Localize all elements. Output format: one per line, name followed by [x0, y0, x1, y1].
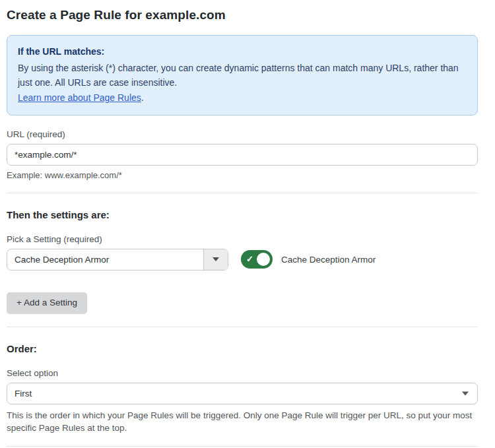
url-example-hint: Example: www.example.com/*	[7, 170, 478, 180]
info-box-body-text: By using the asterisk (*) character, you…	[18, 63, 459, 88]
url-input[interactable]	[7, 144, 478, 166]
info-box-heading: If the URL matches:	[18, 44, 467, 59]
chevron-down-icon	[462, 392, 469, 396]
page-rule-form: Create a Page Rule for example.com If th…	[0, 0, 495, 448]
divider	[7, 327, 478, 327]
settings-section-heading: Then the settings are:	[7, 209, 478, 220]
order-select-value: First	[15, 389, 32, 399]
setting-dropdown-value: Cache Deception Armor	[7, 249, 203, 270]
setting-dropdown[interactable]: Cache Deception Armor	[7, 249, 228, 271]
page-title: Create a Page Rule for example.com	[7, 8, 478, 22]
learn-more-link[interactable]: Learn more about Page Rules	[18, 92, 141, 103]
info-box-body: By using the asterisk (*) character, you…	[18, 61, 467, 106]
order-select[interactable]: First	[7, 383, 478, 404]
url-field-label: URL (required)	[7, 129, 478, 139]
toggle-label: Cache Deception Armor	[281, 255, 376, 265]
cache-deception-armor-toggle[interactable]: ✓	[241, 250, 273, 269]
link-suffix: .	[141, 92, 144, 103]
setting-dropdown-arrow-button[interactable]	[203, 249, 228, 270]
chevron-down-icon	[213, 257, 219, 261]
setting-picker-label: Pick a Setting (required)	[7, 234, 478, 244]
order-select-label: Select option	[7, 368, 478, 378]
toggle-knob	[255, 251, 271, 267]
url-match-info-box: If the URL matches: By using the asteris…	[7, 35, 478, 115]
check-icon: ✓	[246, 255, 253, 263]
setting-row: Cache Deception Armor ✓ Cache Deception …	[7, 249, 478, 271]
divider	[7, 193, 478, 193]
order-help-text: This is the order in which your Page Rul…	[7, 409, 478, 435]
add-setting-button[interactable]: + Add a Setting	[7, 292, 87, 314]
order-section-heading: Order:	[7, 343, 478, 354]
divider	[7, 446, 478, 447]
